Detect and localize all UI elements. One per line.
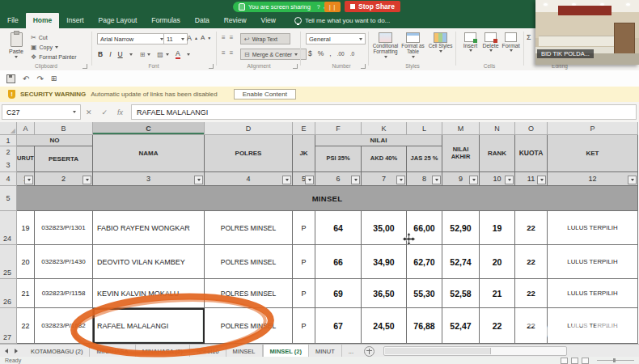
header-ket[interactable]: KET xyxy=(548,135,638,172)
header-nilai-akhir[interactable]: NILAI AKHIR xyxy=(442,135,480,172)
enter-check-icon[interactable]: ✓ xyxy=(102,108,108,116)
redo-button[interactable]: ↷ xyxy=(36,74,43,83)
cut-button[interactable]: ✂ Cut xyxy=(31,34,48,41)
filter-icon[interactable] xyxy=(194,176,203,184)
filter-icon[interactable] xyxy=(628,176,637,184)
field-number-cell[interactable]: 1 xyxy=(17,172,35,186)
underline-button[interactable]: U xyxy=(118,50,123,58)
conditional-formatting-button[interactable]: Conditional Formatting xyxy=(372,32,399,58)
comma-button[interactable]: , xyxy=(329,49,331,57)
cell-nilai-akhir[interactable]: 52,47 xyxy=(442,308,480,344)
name-box[interactable]: C27 xyxy=(2,104,81,120)
cell-jas[interactable]: 62,70 xyxy=(407,245,442,279)
normal-view-icon[interactable] xyxy=(561,358,568,364)
cell-peserta[interactable]: 032823/P/1430 xyxy=(35,245,93,279)
horizontal-align-icons[interactable]: ≡ ≡ xyxy=(222,49,235,57)
tab-file[interactable]: File xyxy=(0,13,26,28)
zoom-slider[interactable] xyxy=(597,360,634,361)
cell-akd[interactable]: 34,90 xyxy=(362,245,407,279)
col-header-E[interactable]: E xyxy=(293,122,315,135)
cell-rank[interactable]: 22 xyxy=(480,308,515,344)
cell-rank[interactable]: 19 xyxy=(480,211,515,245)
header-kuota[interactable]: KUOTA xyxy=(515,135,548,172)
vertical-align-icons[interactable]: ≡ ≡ xyxy=(222,34,235,41)
tab-home[interactable]: Home xyxy=(26,13,60,28)
tell-me-box[interactable]: Tell me what you want to do... xyxy=(283,14,396,28)
font-color-button[interactable]: A xyxy=(176,49,180,59)
zoom-slider-thumb[interactable] xyxy=(613,358,616,362)
cell-peserta[interactable]: 032823/P/1158 xyxy=(35,279,93,308)
tab-review[interactable]: Review xyxy=(217,13,254,28)
col-header-B[interactable]: B xyxy=(35,122,93,135)
tab-insert[interactable]: Insert xyxy=(59,13,91,28)
sheet-tab-minahasa[interactable]: MINAHASA xyxy=(90,345,135,358)
page-break-view-icon[interactable] xyxy=(582,358,589,364)
cell-kuota[interactable]: 22 xyxy=(515,279,548,308)
cell-rank[interactable]: 20 xyxy=(480,245,515,279)
cell-jk[interactable]: P xyxy=(293,279,315,308)
font-name-combo[interactable]: Arial Narrow xyxy=(97,33,167,44)
field-number-cell[interactable]: 6 xyxy=(315,172,362,186)
cell-kuota[interactable]: 22 xyxy=(515,245,548,279)
cell-styles-button[interactable]: Cell Styles xyxy=(427,32,454,53)
cell-polres[interactable]: POLRES MINSEL xyxy=(205,211,293,245)
col-header-F[interactable]: F xyxy=(315,122,362,135)
field-number-cell[interactable]: 8 xyxy=(407,172,442,186)
format-painter-button[interactable]: ❖ Format Painter xyxy=(31,53,76,61)
field-number-cell[interactable]: 4 xyxy=(205,172,293,186)
increase-decimal-button[interactable]: .00 xyxy=(337,51,345,57)
cell-nilai-akhir[interactable]: 52,74 xyxy=(442,245,480,279)
cell-urut[interactable]: 21 xyxy=(17,279,35,308)
tab-page-layout[interactable]: Page Layout xyxy=(91,13,145,28)
fx-icon[interactable]: fx xyxy=(117,108,123,116)
cell-ket[interactable]: LULUS TERPILIH xyxy=(548,211,638,245)
clipboard-dialog-launcher[interactable] xyxy=(83,64,87,69)
merge-center-button[interactable]: ⊟ Merge & Center xyxy=(240,49,307,60)
field-number-cell[interactable]: 12 xyxy=(548,172,638,186)
col-header-O[interactable]: O xyxy=(515,122,548,135)
filter-icon[interactable] xyxy=(351,176,360,184)
enable-content-button[interactable]: Enable Content xyxy=(234,89,296,99)
cell-jk[interactable]: P xyxy=(293,308,315,344)
header-nama[interactable]: NAMA xyxy=(93,135,205,172)
grow-font-button[interactable]: A▲ xyxy=(187,34,198,42)
cell-akd[interactable]: 36,50 xyxy=(362,279,407,308)
filter-icon[interactable] xyxy=(83,176,91,184)
col-header-P[interactable]: P xyxy=(548,122,638,135)
header-akd[interactable]: AKD 40% xyxy=(362,146,407,172)
cell-psi[interactable]: 69 xyxy=(315,279,362,308)
scrollbar-thumb[interactable] xyxy=(385,348,491,354)
field-number-cell[interactable]: 9 xyxy=(442,172,480,186)
sheet-tab-kotamobagu[interactable]: KOTAMOBAGU (2) xyxy=(24,345,90,358)
row-header-2-3[interactable]: 2 3 xyxy=(0,146,17,172)
cell-peserta[interactable]: 032823/P/1682 xyxy=(35,308,93,344)
row-header-26[interactable]: 26 xyxy=(0,279,17,308)
number-format-combo[interactable]: General xyxy=(306,33,366,44)
header-urut[interactable]: URUT xyxy=(17,146,35,172)
participant-video-thumbnail[interactable]: BID TIK POLDA... xyxy=(535,0,639,65)
cell-ket[interactable]: LULUS TERPILIH xyxy=(548,279,638,308)
header-no[interactable]: NO xyxy=(17,135,93,146)
sheet-tab-minsel-2-active[interactable]: MINSEL (2) xyxy=(263,345,309,358)
col-header-M[interactable]: M xyxy=(442,122,480,135)
percent-button[interactable]: % xyxy=(318,49,324,57)
select-all-corner[interactable]: ◢ xyxy=(0,122,17,135)
field-number-cell[interactable]: 5 xyxy=(293,172,315,186)
row-header-27[interactable]: 27 xyxy=(0,308,17,344)
header-rank[interactable]: RANK xyxy=(480,135,515,172)
cell-urut[interactable]: 20 xyxy=(17,245,35,279)
alignment-dialog-launcher[interactable] xyxy=(293,64,298,69)
cell-urut[interactable]: 19 xyxy=(17,211,35,245)
cell-polres[interactable]: POLRES MINSEL xyxy=(205,245,293,279)
cell-nama[interactable]: KEVIN KALVIN MOKALU xyxy=(93,279,205,308)
paste-button[interactable]: Paste xyxy=(6,32,26,63)
cell-psi[interactable]: 67 xyxy=(315,308,362,344)
format-cells-button[interactable]: Format xyxy=(501,32,520,52)
cell-jas[interactable]: 76,88 xyxy=(407,308,442,344)
field-number-cell[interactable]: 7 xyxy=(362,172,407,186)
cell-akd[interactable]: 24,50 xyxy=(362,308,407,344)
sheet-tab-minut[interactable]: MINUT xyxy=(309,345,342,358)
col-header-L[interactable]: L xyxy=(407,122,442,135)
sheet-tab-minahasa-2[interactable]: MINAHASA (2) xyxy=(136,345,190,358)
cell-urut[interactable]: 22 xyxy=(17,308,35,344)
